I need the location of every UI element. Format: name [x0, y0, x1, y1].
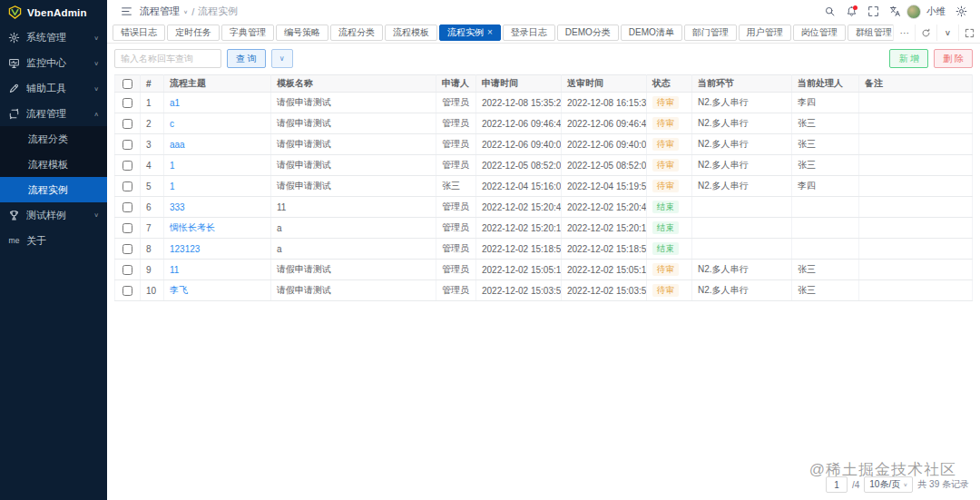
breadcrumb-separator: /: [191, 6, 194, 17]
row-checkbox[interactable]: [122, 202, 132, 212]
current-step: N2.多人串行: [692, 93, 792, 113]
tab-label: DEMO分类: [565, 26, 611, 39]
page-content: 查 询 ∨ 新 增 删 除 # 流程主题 模板名称: [107, 44, 980, 500]
brand[interactable]: VbenAdmin: [0, 0, 107, 25]
current-handler: 李四: [792, 176, 859, 197]
status-badge: 待审: [652, 117, 679, 130]
topbar: 流程管理 ∨ / 流程实例 小维: [107, 0, 980, 23]
tab-群组管理[interactable]: 群组管理: [848, 25, 893, 41]
tab-部门管理[interactable]: 部门管理: [684, 25, 737, 41]
language-translate-icon[interactable]: [885, 3, 905, 21]
row-checkbox[interactable]: [122, 181, 132, 191]
sidebar-item-flow-category[interactable]: 流程分类: [0, 126, 107, 152]
status-badge: 结束: [652, 242, 679, 255]
topic-link[interactable]: 123123: [170, 244, 200, 254]
fullscreen-icon[interactable]: [863, 3, 883, 21]
add-button[interactable]: 新 增: [889, 49, 928, 68]
expand-filters-button[interactable]: ∨: [271, 49, 293, 68]
row-checkbox[interactable]: [122, 140, 132, 150]
page-number-box[interactable]: 1: [826, 476, 848, 493]
topic-link[interactable]: aaa: [170, 140, 185, 150]
user-avatar[interactable]: [906, 5, 921, 19]
tab-错误日志[interactable]: 错误日志: [113, 25, 165, 41]
search-icon[interactable]: [819, 3, 839, 21]
refresh-icon[interactable]: [915, 25, 936, 41]
tab-流程分类[interactable]: 流程分类: [330, 25, 383, 41]
current-handler: 张三: [792, 280, 859, 301]
table-row: 8123123a管理员2022-12-02 15:18:542022-12-02…: [115, 239, 973, 260]
template-name: 请假申请测试: [271, 134, 436, 155]
sidebar-submenu: 流程分类流程模板流程实例: [0, 126, 107, 202]
topic-link[interactable]: 惆怅长考长: [170, 222, 215, 232]
topic-link[interactable]: 333: [170, 202, 185, 212]
row-checkbox[interactable]: [122, 223, 132, 233]
search-input[interactable]: [114, 49, 221, 68]
tab-流程模板[interactable]: 流程模板: [385, 25, 437, 41]
select-all-checkbox[interactable]: [122, 79, 132, 89]
page-size-select[interactable]: 10条/页 ∨: [864, 476, 913, 493]
tab-DEMO分类[interactable]: DEMO分类: [557, 25, 619, 41]
query-button[interactable]: 查 询: [227, 49, 266, 68]
topic-link[interactable]: 1: [170, 161, 175, 171]
current-handler: 张三: [792, 260, 859, 280]
sidebar-item-test-samples[interactable]: 测试样例∨: [0, 202, 107, 228]
tab-编号策略[interactable]: 编号策略: [276, 25, 328, 41]
sidebar-collapse-icon[interactable]: [116, 3, 136, 21]
sidebar-item-monitor-center[interactable]: 监控中心∨: [0, 50, 107, 75]
row-checkbox-cell: [115, 113, 141, 134]
tab-label: DEMO清单: [629, 26, 674, 39]
row-checkbox[interactable]: [122, 98, 132, 108]
main-area: 流程管理 ∨ / 流程实例 小维: [107, 0, 980, 500]
chevron-down-icon: ∨: [93, 84, 99, 91]
sidebar-item-about[interactable]: me关于: [0, 228, 107, 253]
tab-流程实例[interactable]: 流程实例×: [439, 25, 501, 41]
sidebar-item-helper-tools[interactable]: 辅助工具∨: [0, 75, 107, 101]
sidebar-item-flow-instance[interactable]: 流程实例: [0, 177, 107, 202]
template-name: 请假申请测试: [271, 260, 436, 280]
sidebar-item-system[interactable]: 系统管理∨: [0, 25, 107, 50]
sidebar-item-flow-template[interactable]: 流程模板: [0, 152, 107, 177]
tab-定时任务[interactable]: 定时任务: [167, 25, 220, 41]
topic-link[interactable]: 11: [170, 265, 179, 275]
row-number: 3: [141, 134, 164, 155]
topic-link[interactable]: 1: [170, 181, 175, 191]
apply-time: 2022-12-02 15:20:18: [476, 218, 562, 239]
tab-DEMO清单[interactable]: DEMO清单: [621, 25, 682, 41]
tab-岗位管理[interactable]: 岗位管理: [793, 25, 846, 41]
remark: [859, 239, 973, 260]
breadcrumb-parent[interactable]: 流程管理: [140, 5, 180, 18]
monitor-icon: [8, 57, 20, 69]
status-cell: 待审: [647, 155, 692, 176]
chevron-down-icon[interactable]: ∨: [936, 25, 958, 41]
tabbar-fullscreen-icon[interactable]: [958, 25, 980, 41]
row-checkbox[interactable]: [122, 265, 132, 275]
applicant: 管理员: [436, 218, 476, 239]
more-dots-icon[interactable]: ⋯: [893, 25, 915, 41]
topic-link[interactable]: c: [170, 119, 174, 129]
row-checkbox[interactable]: [122, 286, 132, 296]
row-checkbox[interactable]: [122, 244, 132, 254]
status-cell: 结束: [647, 197, 692, 218]
topic-link[interactable]: a1: [170, 98, 180, 108]
close-icon[interactable]: ×: [487, 28, 493, 37]
tab-用户管理[interactable]: 用户管理: [739, 25, 791, 41]
row-number: 5: [141, 176, 164, 197]
notification-bell-icon[interactable]: [841, 3, 861, 21]
brand-logo-icon: [8, 5, 22, 19]
delete-button[interactable]: 删 除: [934, 49, 973, 68]
remark: [859, 155, 973, 176]
gear-icon[interactable]: [951, 3, 971, 21]
tab-字典管理[interactable]: 字典管理: [221, 25, 274, 41]
sidebar-item-flow-management[interactable]: 流程管理∧: [0, 101, 107, 126]
tab-登录日志[interactable]: 登录日志: [503, 25, 555, 41]
user-name[interactable]: 小维: [926, 5, 946, 18]
applicant: 管理员: [436, 280, 476, 301]
row-number: 6: [141, 197, 164, 218]
topic-cell: 1: [164, 155, 271, 176]
current-handler: 张三: [792, 134, 859, 155]
topic-link[interactable]: 李飞: [170, 285, 188, 295]
row-checkbox[interactable]: [122, 161, 132, 171]
column-header: 当前环节: [692, 75, 792, 93]
current-step: N2.多人串行: [692, 134, 792, 155]
row-checkbox[interactable]: [122, 119, 132, 129]
